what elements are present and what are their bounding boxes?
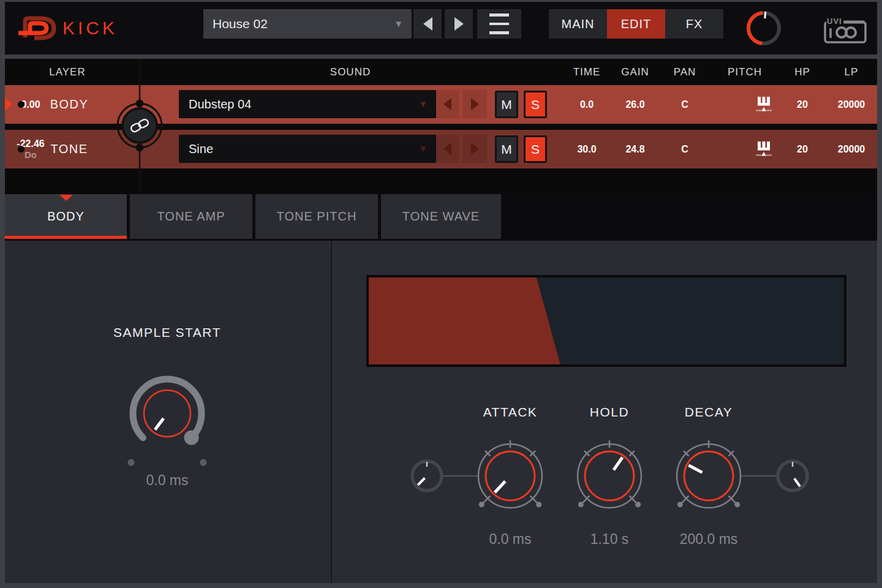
right-triangle-icon [454, 17, 464, 31]
topbar-separator [5, 55, 877, 59]
tab-tone-pitch[interactable]: TONE PITCH [255, 194, 378, 239]
hold-knob[interactable] [567, 432, 652, 524]
chevron-down-icon: ▼ [418, 135, 428, 163]
keytrack-icon[interactable] [755, 96, 773, 114]
pitch-note-tone: Do [24, 149, 37, 160]
decay-value[interactable]: 200.0 ms [647, 531, 770, 548]
column-header-hp: HP [779, 59, 826, 85]
body-edit-panel: SAMPLE START 0.0 ms ATTACK HOLD [5, 241, 877, 583]
sound-selector-body[interactable]: Dubstep 04 ▼ [179, 90, 436, 118]
tab-tone-amp[interactable]: TONE AMP [130, 194, 252, 239]
page-title: KICK [62, 18, 118, 39]
layers-section: LAYER SOUND TIME GAIN PAN PITCH HP LP BO… [5, 59, 877, 194]
menu-button[interactable] [477, 9, 521, 39]
play-marker-icon[interactable] [5, 98, 12, 110]
left-triangle-icon [423, 17, 432, 31]
uvi-logo-icon: UVI [819, 14, 870, 46]
drum-designer-logo-icon [17, 13, 59, 43]
envelope-display[interactable] [366, 275, 846, 367]
column-header-sound: SOUND [320, 59, 381, 85]
column-header-pan: PAN [662, 59, 708, 85]
sound-prev-button-body[interactable] [435, 90, 459, 118]
right-triangle-icon [471, 143, 479, 155]
gain-value-tone[interactable]: 24.8 [612, 130, 658, 168]
sound-selector-tone[interactable]: Sine ▼ [179, 135, 436, 163]
tab-main[interactable]: MAIN [549, 9, 607, 39]
attack-knob[interactable] [467, 432, 553, 524]
solo-button-tone[interactable]: S [524, 135, 547, 163]
preset-selector[interactable]: House 02 ▼ [203, 9, 412, 39]
sample-start-panel: SAMPLE START 0.0 ms [5, 241, 331, 583]
chevron-down-icon: ▼ [418, 90, 428, 118]
master-volume-knob[interactable] [744, 9, 783, 48]
column-header-pitch: PITCH [714, 59, 775, 85]
gain-value-body[interactable]: 26.0 [612, 85, 658, 124]
layer-led-tone[interactable] [18, 146, 24, 153]
hamburger-icon [489, 13, 509, 17]
tab-edit[interactable]: EDIT [607, 9, 665, 39]
plugin-window: KICK House 02 ▼ MAIN EDIT FX UVI [0, 0, 882, 588]
chevron-down-icon: ▼ [394, 9, 403, 39]
layer-led-body[interactable] [18, 101, 24, 108]
pan-value-tone[interactable]: C [662, 130, 708, 168]
column-header-lp: LP [826, 59, 877, 85]
tab-fx[interactable]: FX [665, 9, 723, 39]
keytrack-icon[interactable] [755, 140, 773, 159]
active-tab-pointer-icon [59, 195, 73, 201]
mute-button-tone[interactable]: M [495, 135, 518, 163]
top-bar: KICK House 02 ▼ MAIN EDIT FX UVI [5, 2, 877, 55]
edit-subtabs: BODY TONE AMP TONE PITCH TONE WAVE [5, 194, 877, 239]
column-header-gain: GAIN [612, 59, 658, 85]
left-triangle-icon [443, 98, 451, 110]
tab-tone-wave[interactable]: TONE WAVE [381, 194, 501, 239]
sound-name-body: Dubstep 04 [189, 97, 251, 111]
sound-prev-button-tone[interactable] [435, 135, 459, 163]
active-tab-underline [5, 236, 127, 239]
layer-name-body: BODY [39, 85, 100, 124]
preset-prev-button[interactable] [413, 9, 442, 39]
sound-next-button-body[interactable] [462, 90, 487, 118]
sound-name-tone: Sine [189, 142, 213, 156]
decay-label: DECAY [647, 405, 770, 420]
svg-text:UVI: UVI [827, 17, 842, 26]
hp-value-tone[interactable]: 20 [779, 130, 826, 168]
amp-envelope-panel: ATTACK HOLD DECAY [332, 241, 877, 583]
sample-start-value[interactable]: 0.0 ms [106, 472, 228, 489]
lp-value-tone[interactable]: 20000 [826, 130, 877, 168]
layer-name-tone: TONE [39, 130, 100, 168]
time-value-body[interactable]: 0.0 [564, 85, 610, 124]
column-header-time: TIME [564, 59, 610, 85]
mute-button-body[interactable]: M [495, 91, 518, 118]
right-triangle-icon [471, 98, 479, 110]
preset-name: House 02 [213, 17, 268, 31]
left-triangle-icon [443, 143, 451, 155]
solo-button-body[interactable]: S [524, 91, 547, 118]
preset-next-button[interactable] [445, 9, 473, 39]
pan-value-body[interactable]: C [662, 85, 708, 124]
hp-value-body[interactable]: 20 [779, 85, 826, 124]
sample-start-label: SAMPLE START [75, 325, 259, 340]
attack-curve-knob[interactable] [407, 456, 447, 496]
time-value-tone[interactable]: 30.0 [564, 130, 610, 168]
sound-next-button-tone[interactable] [462, 135, 487, 163]
column-header-layer: LAYER [37, 59, 98, 85]
decay-knob[interactable] [666, 432, 752, 524]
lp-value-body[interactable]: 20000 [826, 85, 877, 124]
sample-start-knob[interactable] [115, 368, 219, 472]
decay-curve-knob[interactable] [773, 456, 812, 496]
layer-link-button[interactable] [112, 59, 167, 194]
